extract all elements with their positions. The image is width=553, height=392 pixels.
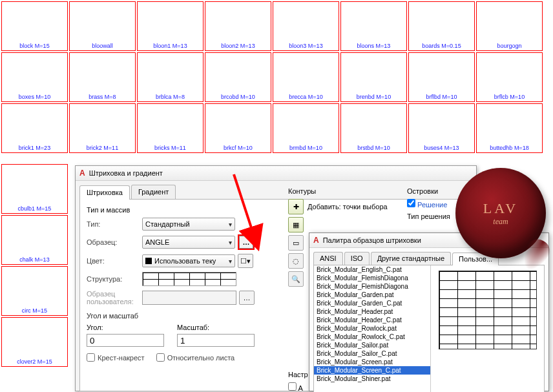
swatch-buttedhb[interactable]: buttedhb M=18 (476, 103, 543, 153)
wax-seal: LAV team (455, 168, 546, 258)
pattern-item[interactable]: Brick_Modular_FlemishDiagona (314, 274, 430, 282)
swatch-bloons[interactable]: bloons M=13 (340, 1, 407, 51)
swatch-brblca[interactable]: brblca M=8 (137, 52, 203, 102)
swatch-bourgogn[interactable]: bourgogn (476, 1, 543, 51)
swatch-preview (477, 104, 542, 144)
swatch-preview (477, 53, 542, 93)
tab-gradient[interactable]: Градиент (131, 185, 176, 199)
cross-label: Крест-накрест (98, 354, 145, 362)
swatch-preview (477, 2, 542, 42)
swatch-preview (138, 104, 203, 144)
swatch-bloowall[interactable]: bloowall (69, 1, 136, 51)
dialog-title: Штриховка и градиент (89, 169, 163, 177)
swatch-preview (138, 53, 203, 93)
ptab-ansi[interactable]: ANSI (313, 252, 343, 265)
pattern-item[interactable]: Brick_Modular_FlemishDiagona (314, 282, 430, 291)
swatch-preview (409, 53, 474, 93)
type-value: Стандартный (145, 220, 190, 228)
angle-input[interactable] (87, 334, 164, 347)
swatch-bloon3[interactable]: bloon3 M=13 (273, 1, 339, 51)
color-extra-combo[interactable]: ☐▾ (238, 254, 253, 268)
swatch-preview (341, 53, 406, 93)
pattern-item[interactable]: Brick_Modular_Header_C.pat (314, 316, 430, 324)
pattern-label: Образец: (87, 238, 142, 246)
swatch-buses4[interactable]: buses4 M=13 (408, 103, 475, 153)
tab-hatch[interactable]: Штриховка (79, 185, 130, 200)
swatch-preview (273, 53, 339, 93)
ptab-iso[interactable]: ISO (344, 252, 370, 265)
swatch-brstbd[interactable]: brstbd M=10 (340, 103, 407, 153)
pattern-item[interactable]: Brick_Modular_Garden.pat (314, 291, 430, 299)
pattern-item[interactable]: Brick_Modular_Screen.pat (314, 358, 430, 366)
swatch-brflcb[interactable]: brflcb M=10 (476, 52, 543, 102)
userpat-browse-button[interactable]: … (239, 291, 255, 305)
swatch-label: boards M=0.15 (422, 42, 461, 50)
swatch-preview (205, 2, 271, 42)
swatch-chalk[interactable]: chalk M=13 (1, 215, 68, 265)
solve-checkbox[interactable]: Решение (407, 201, 447, 209)
pattern-list[interactable]: Brick_Modular_English_C.patBrick_Modular… (314, 265, 431, 392)
swatch-circ[interactable]: circ M=15 (1, 266, 68, 316)
color-combo[interactable]: Использовать теку (142, 254, 235, 267)
swatch-label: brflbd M=10 (426, 93, 457, 101)
seal-line1: LAV (483, 200, 518, 217)
pattern-item[interactable]: Brick_Modular_Screen_C.pat (314, 366, 430, 375)
swatch-preview (273, 104, 339, 144)
userpat-label: Образец пользователя: (87, 290, 142, 305)
swatch-brass[interactable]: brass M=8 (69, 52, 136, 102)
swatch-preview (2, 267, 67, 307)
swatch-brkcf[interactable]: brkcf M=10 (205, 103, 271, 153)
swatch-bloon2[interactable]: bloon2 M=13 (205, 1, 271, 51)
swatch-brick1[interactable]: brick1 M=23 (1, 103, 68, 153)
type-combo[interactable]: Стандартный (142, 218, 235, 231)
swatch-preview (70, 2, 135, 42)
pattern-browse-button[interactable]: … (238, 234, 255, 250)
add-points-button[interactable]: ✚ (288, 199, 304, 214)
recreate-button[interactable]: ◌ (288, 253, 304, 269)
setting-a-checkbox[interactable]: A (288, 384, 303, 392)
pattern-value: ANGLE (145, 238, 169, 246)
swatch-bricks[interactable]: bricks M=11 (137, 103, 203, 153)
swatch-brenbd[interactable]: brenbd M=10 (340, 52, 407, 102)
swatch-clover2[interactable]: clover2 M=15 (1, 317, 68, 367)
swatch-cbulb1[interactable]: cbulb1 M=15 (1, 164, 68, 214)
swatch-brick2[interactable]: brick2 M=11 (69, 103, 136, 153)
swatch-preview (409, 2, 474, 42)
remove-button[interactable]: ▭ (288, 235, 304, 251)
pattern-combo[interactable]: ANGLE (142, 236, 235, 249)
swatch-brcobd[interactable]: brcobd M=10 (205, 52, 271, 102)
pattern-item[interactable]: Brick_Modular_Rowlock_C.pat (314, 333, 430, 341)
swatch-brflbd[interactable]: brflbd M=10 (408, 52, 475, 102)
swatch-label: circ M=15 (22, 307, 47, 315)
pattern-preview (431, 265, 544, 392)
scale-input[interactable] (177, 334, 255, 347)
pattern-item[interactable]: Brick_Modular_Sailor.pat (314, 341, 430, 349)
view-button[interactable]: 🔍 (288, 271, 304, 287)
swatch-label: chalk M=13 (19, 256, 49, 264)
pattern-item[interactable]: Brick_Modular_Header.pat (314, 307, 430, 316)
swatch-boards[interactable]: boards M=0.15 (408, 1, 475, 51)
ptab-other[interactable]: Другие стандартные (371, 252, 451, 265)
swatch-bloon1[interactable]: bloon1 M=13 (137, 1, 203, 51)
dialog-titlebar: A Штриховка и градиент (76, 166, 476, 181)
pattern-item[interactable]: Brick_Modular_Garden_C.pat (314, 299, 430, 307)
pattern-item[interactable]: Brick_Modular_Sailor_C.pat (314, 349, 430, 358)
pattern-item[interactable]: Brick_Modular_English_C.pat (314, 265, 430, 274)
pattern-item[interactable]: Brick_Modular_Rowlock.pat (314, 324, 430, 333)
sol-type-label: Тип решения (407, 212, 450, 220)
cross-checkbox[interactable]: Крест-накрест (87, 353, 145, 362)
swatch-preview (2, 53, 67, 93)
swatch-boxes[interactable]: boxes M=10 (1, 52, 68, 102)
swatch-label: brblca M=8 (156, 93, 185, 101)
swatch-preview (70, 53, 135, 93)
swatch-label: bloowall (92, 42, 113, 50)
swatch-brmbd[interactable]: brmbd M=10 (273, 103, 339, 153)
relative-checkbox[interactable]: Относительно листа (156, 353, 235, 362)
swatch-preview (205, 53, 271, 93)
swatch-preview (2, 216, 67, 256)
add-objects-button[interactable]: ▦ (288, 217, 304, 232)
swatch-block[interactable]: block M=15 (1, 1, 68, 51)
swatch-label: brenbd M=10 (357, 93, 391, 101)
swatch-brecca[interactable]: brecca M=10 (273, 52, 339, 102)
pattern-item[interactable]: Brick_Modular_Shiner.pat (314, 375, 430, 383)
